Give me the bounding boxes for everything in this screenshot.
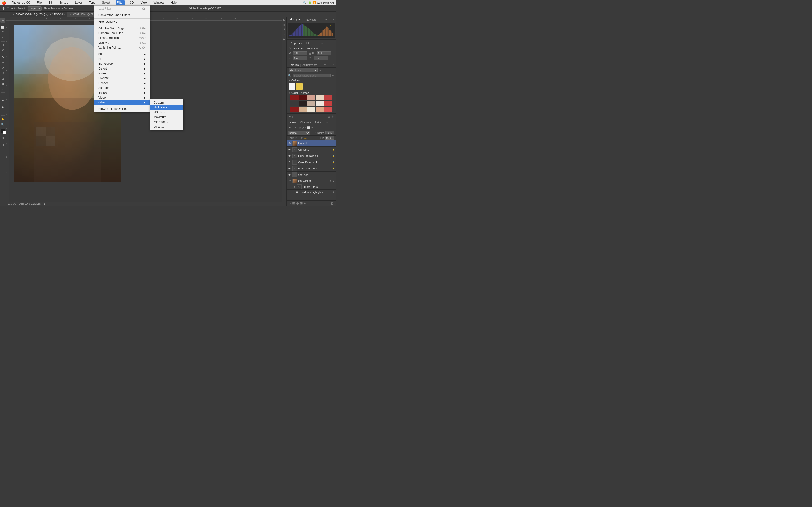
menu-distort[interactable]: Distort ▶ [95, 66, 150, 71]
list-view-icon[interactable]: ☰ [323, 69, 325, 72]
menu-high-pass[interactable]: High Pass... [150, 105, 183, 110]
properties-menu[interactable]: ≡ [333, 42, 334, 45]
tab-info[interactable]: Info [305, 41, 312, 45]
add-mask-btn[interactable]: ⊡ [292, 201, 295, 205]
move-tool-icon[interactable]: ✛ [2, 6, 5, 11]
eye-bw[interactable]: 👁 [288, 167, 292, 170]
theme-2-5[interactable] [324, 101, 332, 106]
theme-1-1[interactable] [291, 95, 299, 101]
new-layer-btn[interactable]: + [304, 201, 306, 205]
library-select[interactable]: My Library [289, 68, 317, 72]
eye-layer1[interactable]: 👁 [288, 142, 292, 145]
theme-2-2[interactable] [299, 101, 307, 106]
panel-toggle-history[interactable]: ↺ [283, 32, 286, 36]
menu-blur-gallery[interactable]: Blur Gallery ▶ [95, 61, 150, 66]
eraser-tool[interactable]: ◻ [0, 76, 5, 81]
tab-close-1[interactable]: ✕ [12, 13, 14, 16]
menu-blur[interactable]: Blur ▶ [95, 56, 150, 61]
tab-close-2[interactable]: ✕ [70, 13, 72, 16]
menu-window[interactable]: Window [152, 0, 165, 5]
layer-item-smart-filters[interactable]: 👁 ⊞ Smart Filters [287, 184, 336, 189]
theme-1-3[interactable] [307, 95, 315, 101]
delete-layer-btn[interactable]: 🗑 [331, 201, 334, 205]
move-tool[interactable]: ✛ [0, 18, 5, 23]
menu-convert-smart[interactable]: Convert for Smart Filters [95, 13, 150, 18]
tab-channels[interactable]: Channels [300, 121, 311, 124]
new-fill-btn[interactable]: ◑ [296, 201, 299, 205]
chain-icon[interactable]: ⛓ [308, 52, 311, 55]
history-brush[interactable]: ↺ [0, 71, 5, 75]
menu-hsb-hsl[interactable]: HSB/HSL [150, 110, 183, 115]
properties-expand[interactable]: ≫ [321, 42, 323, 45]
theme-3-4[interactable] [316, 107, 324, 112]
libraries-expand[interactable]: ≫ [323, 63, 326, 66]
filter-type-icon[interactable]: T [305, 126, 306, 129]
menu-lens-correction[interactable]: Lens Correction... ⇧⌘R [95, 36, 150, 40]
libraries-menu[interactable]: ≡ [333, 63, 334, 66]
opacity-input[interactable] [325, 131, 335, 134]
tab-properties[interactable]: Properties [289, 41, 304, 45]
eye-spot-heal[interactable]: 👁 [288, 173, 292, 176]
clone-tool[interactable]: ◎ [0, 65, 5, 70]
hand-tool[interactable]: ✋ [0, 117, 5, 121]
menu-render[interactable]: Render ▶ [95, 80, 150, 86]
tab-navigator[interactable]: Navigator [305, 18, 319, 21]
tab-paths[interactable]: Paths [315, 121, 322, 124]
library-view-icon[interactable]: ⊞ [328, 115, 331, 118]
color-swatch-white[interactable] [289, 83, 295, 90]
menu-browse-filters[interactable]: Browse Filters Online... [95, 107, 150, 111]
menu-help[interactable]: Help [169, 0, 178, 5]
theme-2-4[interactable] [316, 101, 324, 106]
eye-c03a1993[interactable]: 👁 [288, 179, 292, 183]
menu-edit[interactable]: Edit [47, 0, 55, 5]
menu-view[interactable]: View [139, 0, 148, 5]
theme-3-5[interactable] [324, 107, 332, 112]
add-layer-style-btn[interactable]: fx [289, 201, 291, 205]
layer-item-color-balance[interactable]: 👁 ≈ Color Balance 1 🔒 [287, 159, 336, 165]
menu-photoshop[interactable]: Photoshop CC [10, 0, 32, 5]
tab-adjustments[interactable]: Adjustments [302, 63, 317, 66]
menu-sharpen[interactable]: Sharpen ▶ [95, 86, 150, 90]
brush-tool[interactable]: ✏ [0, 60, 5, 65]
theme-2-1[interactable] [291, 101, 299, 106]
color-themes-section-header[interactable]: ▼ Color Themes [287, 91, 336, 95]
histogram-expand[interactable]: ≫ [324, 18, 327, 21]
layer-expand-icon[interactable]: ▲ [333, 180, 335, 182]
pen-tool[interactable]: 🖊 [0, 94, 5, 99]
heal-tool[interactable]: ⊕ [0, 55, 5, 60]
eye-smart-filters[interactable]: 👁 [292, 185, 296, 188]
blend-mode-select[interactable]: Normal [288, 131, 310, 135]
gradient-tool[interactable]: ▦ [0, 81, 5, 86]
menu-video[interactable]: Video ▶ [95, 95, 150, 100]
auto-select-checkbox[interactable]: ☐ [7, 7, 9, 10]
eyedropper-tool[interactable]: ✐ [0, 48, 5, 53]
crop-tool[interactable]: ⊡ [0, 43, 5, 47]
lock-pixels-icon[interactable]: ⊡ [295, 137, 297, 139]
menu-adaptive-wide[interactable]: Adaptive Wide Angle... ⌥⇧⌘A [95, 26, 150, 31]
filter-pixel-icon[interactable]: ⊡ [299, 126, 301, 129]
tab-c03a1993-edit[interactable]: ✕ C03A1993-Edit.tif @ 25% (Layer 2, RGB/… [10, 12, 67, 17]
lock-all-icon[interactable]: 🔒 [304, 137, 307, 139]
eye-hue-sat[interactable]: 👁 [288, 154, 292, 158]
screen-mode[interactable]: ⊞ [0, 143, 5, 147]
menu-image[interactable]: Image [59, 0, 69, 5]
library-search-input[interactable] [293, 74, 331, 77]
menu-stylize[interactable]: Stylize ▶ [95, 90, 150, 95]
menu-camera-raw[interactable]: Camera Raw Filter... ⇧⌘A [95, 31, 150, 36]
search-icon[interactable]: 🔍 [303, 1, 306, 4]
filter-smart-icon[interactable]: ★ [311, 126, 313, 129]
layers-expand[interactable]: ≫ [326, 121, 328, 124]
status-arrow[interactable]: ▶ [44, 203, 46, 205]
menu-custom[interactable]: Custom... [150, 100, 183, 105]
menu-type[interactable]: Type [88, 0, 97, 5]
theme-3-3[interactable] [307, 107, 315, 112]
eye-color-balance[interactable]: 👁 [288, 161, 292, 164]
menu-vanishing-point[interactable]: Vanishing Point... ⌥⌘V [95, 45, 150, 50]
eye-shadows-highlights[interactable]: 👁 [295, 190, 299, 194]
menu-pixelate[interactable]: Pixelate ▶ [95, 76, 150, 80]
menu-select[interactable]: Select [101, 0, 111, 5]
theme-3-2[interactable] [299, 107, 307, 112]
layer-item-curves1[interactable]: 👁 ≈ Curves 1 🔒 [287, 147, 336, 153]
filter-shape-icon[interactable]: ⬜ [307, 126, 310, 129]
menu-noise[interactable]: Noise ▶ [95, 71, 150, 76]
